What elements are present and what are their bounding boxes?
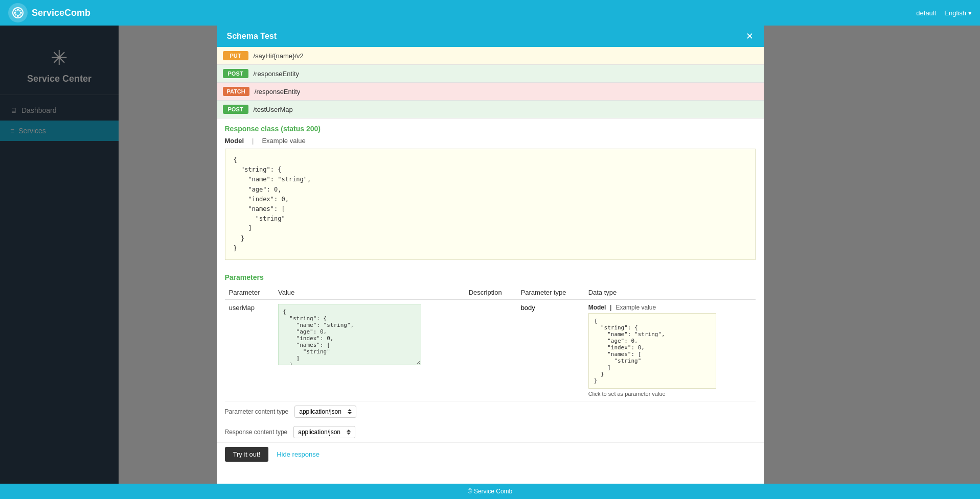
modal-close-button[interactable]: ✕ [746,32,754,41]
language-label: English [944,9,966,17]
table-row: userMap body Model [225,299,756,401]
param-content-type-row: Parameter content type application/json [217,401,764,422]
svg-point-8 [19,10,21,12]
modal-body[interactable]: PUT /sayHi/{name}/v2 POST /responseEntit… [217,47,764,484]
click-hint: Click to set as parameter value [588,391,751,397]
method-badge-put: PUT [223,51,248,60]
col-data-type: Data type [584,286,756,300]
schema-test-modal: Schema Test ✕ PUT /sayHi/{name}/v2 POST … [217,26,764,484]
response-content-type-label: Response content type [225,429,288,436]
method-badge-post-2: POST [223,105,248,114]
svg-point-3 [14,12,16,14]
svg-point-5 [15,10,17,12]
modal-overlay: Schema Test ✕ PUT /sayHi/{name}/v2 POST … [0,26,980,484]
endpoint-path-put: /sayHi/{name}/v2 [254,52,304,60]
logo: ServiceComb [8,3,90,22]
svg-point-2 [17,15,19,17]
tab-sep-1: | [252,137,254,145]
endpoint-path-patch: /responseEntity [255,88,301,96]
param-type-value: body [521,304,535,312]
data-type-code[interactable]: { "string": { "name": "string", "age": 0… [588,313,716,389]
logo-text: ServiceComb [32,8,90,18]
language-selector[interactable]: English ▾ [944,9,972,17]
param-name: userMap [229,304,255,312]
parameters-title: Parameters [225,268,756,286]
param-name-cell: userMap [225,299,275,401]
param-content-type-select[interactable]: application/json [294,406,356,418]
parameters-table: Parameter Value Description Parameter ty… [225,286,756,401]
action-row: Try it out! Hide response [217,442,764,470]
endpoint-row-post-1[interactable]: POST /responseEntity [217,65,764,83]
param-value-editor[interactable] [278,304,421,365]
svg-point-7 [15,14,17,16]
response-code-block: { "string": { "name": "string", "age": 0… [225,149,756,260]
svg-point-4 [20,12,22,14]
response-model-tabs: Model | Example value [217,137,764,145]
modal-header: Schema Test ✕ [217,26,764,47]
logo-icon [8,3,28,22]
method-badge-post-1: POST [223,69,248,78]
modal-title: Schema Test [227,32,277,41]
dropdown-icon: ▾ [968,9,972,17]
data-type-tabs: Model | Example value [588,304,751,311]
endpoint-path-post-1: /responseEntity [254,70,300,78]
top-bar-right: default English ▾ [916,9,972,17]
svg-point-1 [17,9,19,11]
param-data-type-cell: Model | Example value { "string": { "nam… [584,299,756,401]
endpoint-path-post-2: /testUserMap [254,106,293,113]
response-content-type-row: Response content type application/json [217,422,764,442]
response-class-header: Response class (status 200) [217,118,764,137]
response-model-tab[interactable]: Model [225,137,244,145]
col-description: Description [465,286,517,300]
col-param-type: Parameter type [517,286,584,300]
col-value: Value [274,286,465,300]
top-bar: ServiceComb default English ▾ [0,0,980,26]
col-parameter: Parameter [225,286,275,300]
endpoint-row-post-2[interactable]: POST /testUserMap [217,101,764,118]
parameters-section: Parameters Parameter Value Description P… [217,268,764,401]
param-value-cell[interactable] [274,299,465,401]
endpoint-row-put[interactable]: PUT /sayHi/{name}/v2 [217,47,764,65]
response-content-type-select[interactable]: application/json [293,426,355,438]
method-badge-patch: PATCH [223,87,249,96]
hide-response-link[interactable]: Hide response [277,450,320,458]
endpoint-row-patch[interactable]: PATCH /responseEntity [217,83,764,101]
response-example-tab[interactable]: Example value [262,137,305,145]
data-type-example-tab[interactable]: Example value [616,304,656,311]
param-description-cell [465,299,517,401]
default-label: default [916,9,936,17]
svg-point-6 [19,14,21,16]
data-type-model-tab[interactable]: Model [588,304,606,311]
data-type-tab-sep: | [610,304,611,311]
param-type-cell: body [517,299,584,401]
try-it-out-button[interactable]: Try it out! [225,447,269,462]
param-content-type-label: Parameter content type [225,408,289,415]
